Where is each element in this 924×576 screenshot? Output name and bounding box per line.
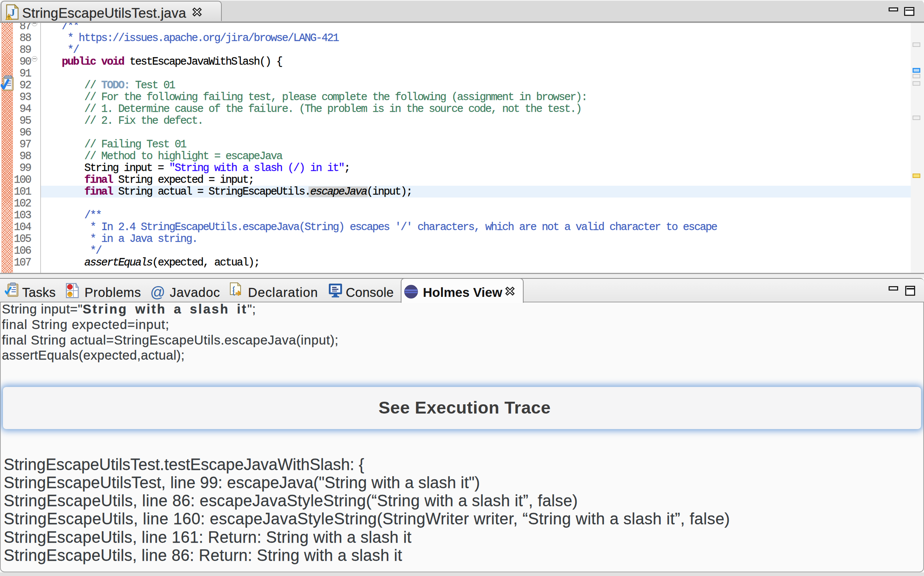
svg-text:J: J [10,7,15,18]
